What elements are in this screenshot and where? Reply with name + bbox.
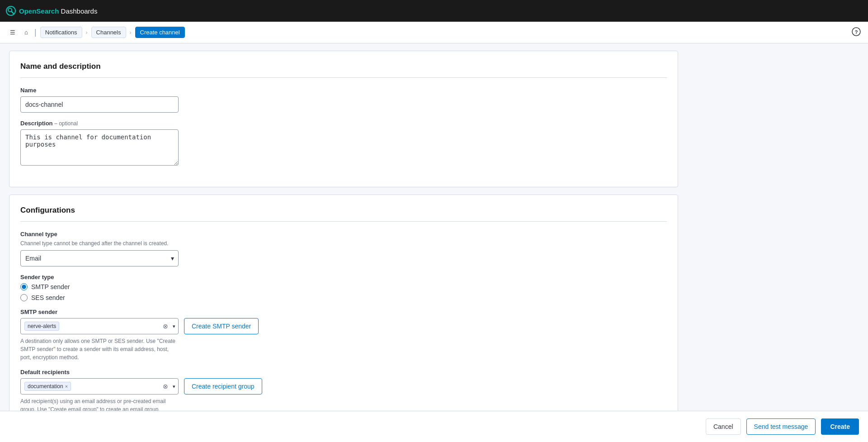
smtp-sender-clear-button[interactable]: ⊗ xyxy=(163,323,168,330)
clear-icon-recipients: ⊗ xyxy=(163,383,168,390)
breadcrumb-channels[interactable]: Channels xyxy=(91,27,126,38)
smtp-sender-tag: nerve-alerts xyxy=(24,322,59,331)
create-smtp-sender-button[interactable]: Create SMTP sender xyxy=(184,318,259,334)
smtp-sender-combo-wrapper: nerve-alerts ⊗ ▾ Create SMTP sender xyxy=(20,318,667,334)
smtp-sender-tag-text: nerve-alerts xyxy=(28,323,56,329)
description-label: Description – optional xyxy=(20,120,667,127)
smtp-sender-chevron-icon: ▾ xyxy=(173,323,175,329)
main-content: Name and description Name Description – … xyxy=(0,43,687,442)
default-recipients-combo-input[interactable]: documentation × ⊗ ▾ xyxy=(20,378,179,394)
name-input[interactable] xyxy=(20,96,179,113)
breadcrumb-divider-1: | xyxy=(34,28,37,37)
ses-sender-radio[interactable] xyxy=(20,294,28,301)
hamburger-icon: ☰ xyxy=(10,29,15,36)
breadcrumb-create-channel[interactable]: Create channel xyxy=(135,27,185,38)
help-button[interactable]: ? xyxy=(852,27,861,38)
description-optional-text: – optional xyxy=(54,120,78,127)
create-recipient-group-button[interactable]: Create recipient group xyxy=(184,378,262,394)
create-button[interactable]: Create xyxy=(821,418,859,435)
ses-sender-radio-item[interactable]: SES sender xyxy=(20,294,667,301)
sender-type-label: Sender type xyxy=(20,274,667,280)
recipient-tag-text: documentation xyxy=(28,383,63,390)
breadcrumb-notifications[interactable]: Notifications xyxy=(40,27,82,38)
send-test-message-button[interactable]: Send test message xyxy=(746,418,816,435)
breadcrumb-bar: ☰ ⌂ | Notifications › Channels › Create … xyxy=(0,22,868,43)
smtp-sender-helper-text: A destination only allows one SMTP or SE… xyxy=(20,337,179,361)
description-textarea[interactable] xyxy=(20,129,179,166)
default-recipients-field-group: Default recipients documentation × ⊗ ▾ C… xyxy=(20,369,667,413)
home-icon: ⌂ xyxy=(24,29,28,36)
clear-icon: ⊗ xyxy=(163,323,168,330)
logo-dashboards-text: Dashboards xyxy=(61,7,98,15)
smtp-sender-radio-item[interactable]: SMTP sender xyxy=(20,283,667,290)
cancel-button[interactable]: Cancel xyxy=(706,418,741,435)
default-recipients-label: Default recipients xyxy=(20,369,667,375)
smtp-sender-field-group: SMTP sender nerve-alerts ⊗ ▾ Create SMTP… xyxy=(20,309,667,361)
top-nav-bar: OpenSearch Dashboards xyxy=(0,0,868,22)
name-field-group: Name xyxy=(20,87,667,113)
recipients-clear-button[interactable]: ⊗ xyxy=(163,383,168,390)
app-logo: OpenSearch Dashboards xyxy=(5,5,97,16)
recipient-tag: documentation × xyxy=(24,382,71,391)
opensearch-logo-icon xyxy=(5,5,16,16)
channel-type-select[interactable]: Email Slack Chime Microsoft Teams SNS SE… xyxy=(20,250,179,266)
name-description-panel: Name and description Name Description – … xyxy=(9,51,678,187)
channel-type-sublabel: Channel type cannot be changed after the… xyxy=(20,240,667,247)
name-label: Name xyxy=(20,87,667,94)
configurations-title: Configurations xyxy=(20,206,667,222)
ses-sender-radio-label: SES sender xyxy=(31,294,65,301)
smtp-sender-label: SMTP sender xyxy=(20,309,667,315)
svg-point-0 xyxy=(6,6,15,15)
svg-text:?: ? xyxy=(855,29,858,34)
configurations-panel: Configurations Channel type Channel type… xyxy=(9,195,678,434)
sender-type-field-group: Sender type SMTP sender SES sender xyxy=(20,274,667,301)
breadcrumb-sep-1: › xyxy=(86,29,88,36)
logo-open-text: Open xyxy=(19,7,36,15)
recipients-chevron-icon: ▾ xyxy=(173,384,175,390)
description-field-group: Description – optional xyxy=(20,120,667,167)
hamburger-button[interactable]: ☰ xyxy=(7,27,18,38)
logo-search-text: Search xyxy=(36,7,59,15)
channel-type-field-group: Channel type Channel type cannot be chan… xyxy=(20,231,667,266)
smtp-sender-radio-label: SMTP sender xyxy=(31,283,70,290)
smtp-sender-radio[interactable] xyxy=(20,283,28,290)
description-label-text: Description xyxy=(20,120,53,127)
channel-type-label: Channel type xyxy=(20,231,667,238)
recipient-tag-close-icon[interactable]: × xyxy=(65,384,68,389)
help-icon: ? xyxy=(852,27,861,36)
breadcrumb-sep-2: › xyxy=(130,29,132,36)
page-footer: Cancel Send test message Create xyxy=(0,411,868,442)
default-recipients-combo-wrapper: documentation × ⊗ ▾ Create recipient gro… xyxy=(20,378,667,394)
svg-line-2 xyxy=(11,11,14,14)
channel-type-select-wrapper: Email Slack Chime Microsoft Teams SNS SE… xyxy=(20,250,179,266)
smtp-sender-combo-input[interactable]: nerve-alerts ⊗ ▾ xyxy=(20,318,179,334)
name-description-title: Name and description xyxy=(20,62,667,78)
home-button[interactable]: ⌂ xyxy=(22,27,31,38)
sender-type-radio-group: SMTP sender SES sender xyxy=(20,283,667,301)
